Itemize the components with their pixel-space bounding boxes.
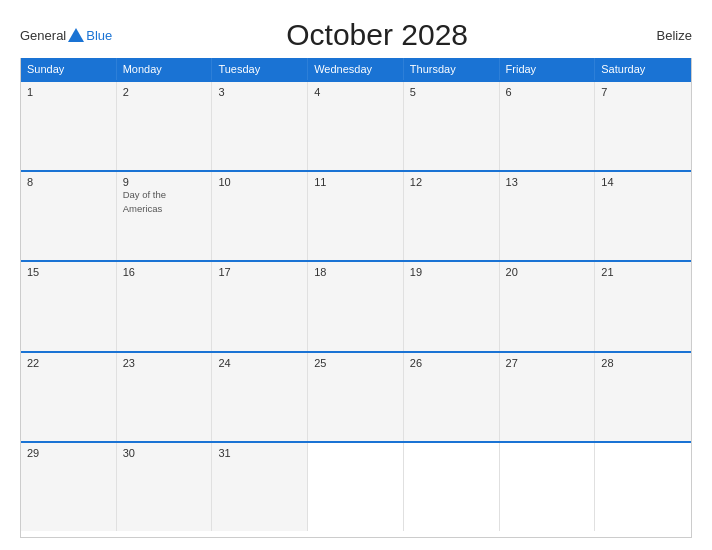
- days-header: Sunday Monday Tuesday Wednesday Thursday…: [21, 58, 691, 80]
- day-cell: 11: [308, 172, 404, 260]
- weeks-container: 1 2 3 4 5 6 7 8 9 Day of the Americas 10…: [21, 80, 691, 531]
- day-cell: 7: [595, 82, 691, 170]
- header-wednesday: Wednesday: [308, 58, 404, 80]
- day-cell: 3: [212, 82, 308, 170]
- day-cell: 10: [212, 172, 308, 260]
- day-cell: 5: [404, 82, 500, 170]
- day-cell-empty: [500, 443, 596, 531]
- day-cell: 28: [595, 353, 691, 441]
- day-cell: 22: [21, 353, 117, 441]
- calendar-title: October 2028: [112, 18, 642, 52]
- header-saturday: Saturday: [595, 58, 691, 80]
- day-cell: 6: [500, 82, 596, 170]
- day-cell: 19: [404, 262, 500, 350]
- week-row-2: 8 9 Day of the Americas 10 11 12 13 14: [21, 170, 691, 260]
- header-thursday: Thursday: [404, 58, 500, 80]
- day-cell: 17: [212, 262, 308, 350]
- day-cell: 12: [404, 172, 500, 260]
- header-sunday: Sunday: [21, 58, 117, 80]
- day-cell: 1: [21, 82, 117, 170]
- day-cell: 2: [117, 82, 213, 170]
- calendar: Sunday Monday Tuesday Wednesday Thursday…: [20, 58, 692, 538]
- day-cell: 23: [117, 353, 213, 441]
- day-cell-empty: [308, 443, 404, 531]
- day-cell-empty: [595, 443, 691, 531]
- header: General Blue October 2028 Belize: [20, 18, 692, 52]
- day-cell: 18: [308, 262, 404, 350]
- day-cell: 16: [117, 262, 213, 350]
- logo: General Blue: [20, 28, 112, 43]
- header-monday: Monday: [117, 58, 213, 80]
- country-label: Belize: [642, 28, 692, 43]
- day-cell: 31: [212, 443, 308, 531]
- week-row-1: 1 2 3 4 5 6 7: [21, 80, 691, 170]
- day-cell: 21: [595, 262, 691, 350]
- day-cell: 26: [404, 353, 500, 441]
- day-cell: 24: [212, 353, 308, 441]
- day-cell: 20: [500, 262, 596, 350]
- day-cell: 4: [308, 82, 404, 170]
- week-row-3: 15 16 17 18 19 20 21: [21, 260, 691, 350]
- day-cell: 29: [21, 443, 117, 531]
- day-cell: 15: [21, 262, 117, 350]
- day-cell-empty: [404, 443, 500, 531]
- header-friday: Friday: [500, 58, 596, 80]
- week-row-5: 29 30 31: [21, 441, 691, 531]
- logo-general-text: General: [20, 28, 66, 43]
- logo-blue-text: Blue: [86, 28, 112, 43]
- day-cell-day-of-americas: 9 Day of the Americas: [117, 172, 213, 260]
- header-tuesday: Tuesday: [212, 58, 308, 80]
- day-cell: 30: [117, 443, 213, 531]
- day-cell: 13: [500, 172, 596, 260]
- day-cell: 25: [308, 353, 404, 441]
- page: General Blue October 2028 Belize Sunday …: [0, 0, 712, 550]
- week-row-4: 22 23 24 25 26 27 28: [21, 351, 691, 441]
- day-cell: 14: [595, 172, 691, 260]
- day-cell: 27: [500, 353, 596, 441]
- day-cell: 8: [21, 172, 117, 260]
- logo-triangle-icon: [68, 28, 84, 42]
